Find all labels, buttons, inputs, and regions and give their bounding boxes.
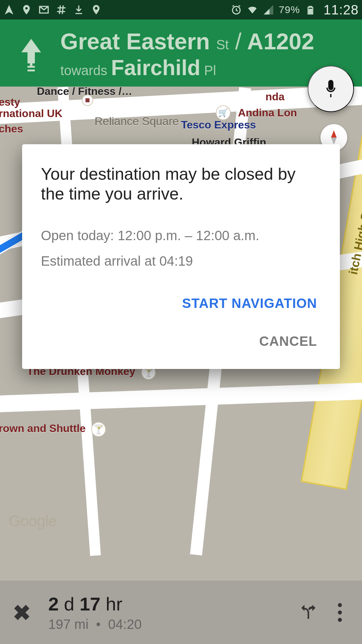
dialog-title: Your destination may be closed by the ti… (41, 164, 321, 204)
cancel-button[interactable]: CANCEL (256, 330, 320, 352)
dialog-actions: START NAVIGATION CANCEL (41, 292, 321, 352)
dialog-body: Open today: 12:00 p.m. – 12:00 a.m. Esti… (41, 223, 321, 274)
dialog-open-hours: Open today: 12:00 p.m. – 12:00 a.m. (41, 223, 321, 248)
dialog-eta: Estimated arrival at 04:19 (41, 248, 321, 274)
destination-closed-dialog: Your destination may be closed by the ti… (22, 144, 340, 369)
start-navigation-button[interactable]: START NAVIGATION (179, 292, 320, 314)
